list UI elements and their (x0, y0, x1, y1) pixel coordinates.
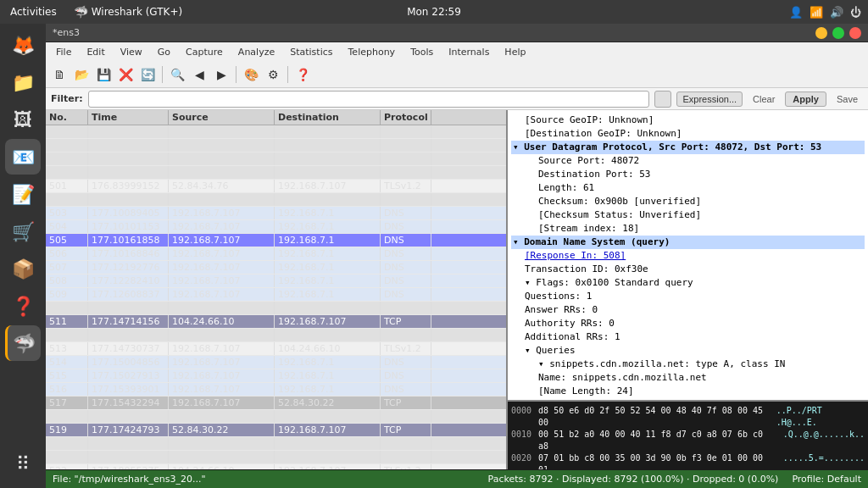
cell-no: 517 (46, 396, 88, 409)
table-row[interactable]: 514 177.15004856 192.168.7.107 192.168.7… (46, 356, 506, 369)
cell-proto: TCP (381, 410, 431, 423)
table-row[interactable]: 503 177.10089405 192.168.7.107 192.168.7… (46, 207, 506, 220)
dock-wireshark[interactable]: 🦈 (5, 325, 41, 361)
clear-button[interactable]: Clear (748, 92, 780, 106)
table-row[interactable]: 501 176.83999152 52.84.34.76 192.168.7.1… (46, 180, 506, 193)
cell-time: 177.17444066 (88, 451, 169, 463)
menu-internals[interactable]: Internals (442, 45, 496, 59)
cell-no: 510 (46, 302, 88, 314)
maximize-button[interactable] (832, 27, 844, 39)
detail-line: [Destination GeoIP: Unknown] (511, 127, 865, 141)
table-row[interactable]: 513 177.14730737 192.168.7.107 104.24.66… (46, 342, 506, 356)
dock-help[interactable]: ❓ (5, 288, 41, 324)
toolbar-prev[interactable]: ◀ (189, 64, 209, 85)
menu-capture[interactable]: Capture (179, 45, 230, 59)
activities-button[interactable]: Activities (0, 6, 67, 18)
menu-view[interactable]: View (114, 45, 149, 59)
table-row[interactable]: 519 177.17424793 52.84.30.22 192.168.7.1… (46, 424, 506, 437)
filter-dropdown[interactable]: ▼ (654, 91, 671, 108)
cell-no: 512 (46, 329, 88, 341)
toolbar-open[interactable]: 📂 (71, 64, 92, 85)
menu-help[interactable]: Help (498, 45, 532, 59)
table-row[interactable]: 521 177.17444066 192.168.7.107 52.84.30.… (46, 451, 506, 464)
window-controls (815, 27, 861, 39)
table-row[interactable]: 507 177.12192776 192.168.7.107 192.168.7… (46, 261, 506, 274)
detail-line[interactable]: ▾ Queries (511, 344, 865, 358)
table-row[interactable]: 509 177.12608837 192.168.7.107 192.168.7… (46, 288, 506, 302)
table-row[interactable]: 502 176.88745410 192.168.7.107 52.84.34.… (46, 193, 506, 207)
cell-source: 192.168.7.107 (169, 220, 275, 233)
table-row[interactable]: 518 177.17209897 104.24.66.10 192.168.7.… (46, 410, 506, 424)
table-row[interactable]: 512 177.14716906 192.168.7.107 104.24.66… (46, 329, 506, 342)
detail-line: Transaction ID: 0xf30e (511, 263, 865, 276)
cell-dest: 104.24.66.10 (275, 342, 381, 355)
status-file: File: "/tmp/wireshark_ens3_20..." (53, 474, 475, 485)
menu-go[interactable]: Go (151, 45, 177, 59)
toolbar-prefs[interactable]: ⚙ (263, 64, 283, 85)
cell-proto: TLSv1.2 (381, 180, 431, 192)
detail-line[interactable]: [Response In: 508] (511, 249, 865, 263)
table-row[interactable]: 505 177.10161858 192.168.7.107 192.168.7… (46, 234, 506, 247)
dock-photos[interactable]: 🖼 (5, 102, 41, 137)
table-row[interactable]: 510 177.12666764 192.168.7.107 104.24.66… (46, 302, 506, 315)
menu-file[interactable]: File (49, 45, 78, 59)
filter-bar: Filter: ▼ Expression... Clear Apply Save (46, 88, 868, 110)
toolbar-close[interactable]: ❌ (115, 64, 136, 85)
cell-no: 498 (46, 139, 88, 152)
table-row[interactable]: 497 176.83604555 192.168.7.107 52.84.34.… (46, 125, 506, 139)
cell-source: 192.168.7.107 (169, 302, 275, 314)
main-content: No. Time Source Destination Protocol 497… (46, 110, 868, 469)
hex-dump: 0000d8 50 e6 d0 2f 50 52 54 00 48 40 7f … (508, 402, 868, 469)
dock-app-grid[interactable]: ⠿ (5, 446, 41, 481)
cell-source: 52.84.34.76 (169, 180, 275, 192)
table-row[interactable]: 499 176.83987244 52.84.34.76 192.168.7.1… (46, 152, 506, 166)
menu-edit[interactable]: Edit (80, 45, 111, 59)
wireshark-title: 🦈 Wireshark (GTK+) (67, 5, 189, 19)
detail-line[interactable]: ▾ snippets.cdn.mozilla.net: type A, clas… (511, 358, 865, 371)
menu-telephony[interactable]: Telephony (342, 45, 403, 59)
dock-files[interactable]: 📁 (5, 64, 41, 100)
table-row[interactable]: 500 176.83999836 192.168.7.107 52.84.34.… (46, 166, 506, 180)
dock-documents[interactable]: 📝 (5, 176, 41, 212)
toolbar-find[interactable]: 🔍 (167, 64, 187, 85)
table-row[interactable]: 498 176.83620536 192.168.7.107 52.84.34.… (46, 139, 506, 152)
filter-label: Filter: (51, 93, 83, 104)
menu-analyze[interactable]: Analyze (231, 45, 281, 59)
table-row[interactable]: 516 177.15393901 192.168.7.107 192.168.7… (46, 383, 506, 396)
table-row[interactable]: 515 177.15027913 192.168.7.107 192.168.7… (46, 369, 506, 383)
toolbar-new[interactable]: 🗎 (49, 64, 70, 85)
cell-proto: DNS (381, 207, 431, 219)
apply-button[interactable]: Apply (785, 92, 826, 107)
toolbar-next[interactable]: ▶ (211, 64, 231, 85)
table-row[interactable]: 511 177.14714156 104.24.66.10 192.168.7.… (46, 315, 506, 329)
expression-button[interactable]: Expression... (676, 92, 743, 107)
dock-amazon[interactable]: 🛒 (5, 214, 41, 249)
hex-bytes: 07 01 bb c8 00 35 00 3d 90 0b f3 0e 01 0… (538, 452, 776, 469)
dock-software[interactable]: 📦 (5, 251, 41, 286)
cell-proto: TCP (381, 125, 431, 138)
cell-dest: 52.84.30.22 (275, 396, 381, 409)
cell-time: 177.12666764 (88, 302, 169, 314)
toolbar-reload[interactable]: 🔄 (137, 64, 158, 85)
table-row[interactable]: 504 177.10101153 192.168.7.107 192.168.7… (46, 220, 506, 234)
detail-line: ▾ Domain Name System (query) (511, 236, 865, 249)
table-row[interactable]: 520 177.17428482 192.168.7.107 52.84.30.… (46, 437, 506, 451)
dock-email[interactable]: 📧 (5, 139, 41, 175)
table-row[interactable]: 506 177.10168846 192.168.7.107 192.168.7… (46, 247, 506, 261)
close-button[interactable] (849, 27, 861, 39)
dock-firefox[interactable]: 🦊 (5, 27, 41, 63)
minimize-button[interactable] (815, 27, 827, 39)
cell-no: 515 (46, 369, 88, 382)
toolbar-color[interactable]: 🎨 (241, 64, 261, 85)
detail-line[interactable]: ▾ Flags: 0x0100 Standard query (511, 276, 865, 290)
cell-dest: 192.168.7.1 (275, 383, 381, 396)
menu-statistics[interactable]: Statistics (283, 45, 339, 59)
save-button[interactable]: Save (832, 92, 863, 106)
toolbar: 🗎 📂 💾 ❌ 🔄 🔍 ◀ ▶ 🎨 ⚙ ❓ (46, 61, 868, 88)
filter-input[interactable] (88, 91, 650, 108)
table-row[interactable]: 508 177.12282410 192.168.7.107 192.168.7… (46, 274, 506, 288)
toolbar-save[interactable]: 💾 (93, 64, 114, 85)
table-row[interactable]: 517 177.15432294 192.168.7.107 52.84.30.… (46, 396, 506, 410)
menu-tools[interactable]: Tools (403, 45, 440, 59)
toolbar-help[interactable]: ❓ (292, 64, 313, 85)
